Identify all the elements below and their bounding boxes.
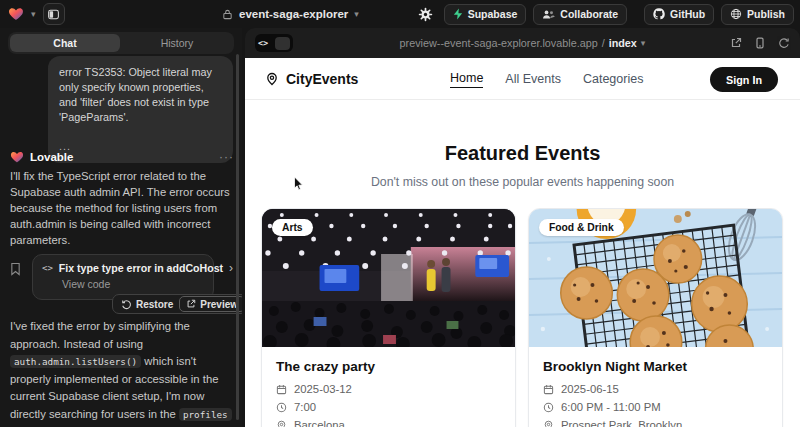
tab-chat[interactable]: Chat bbox=[10, 34, 120, 52]
message-menu-button[interactable]: ··· bbox=[219, 150, 234, 164]
publish-button[interactable]: Publish bbox=[721, 4, 794, 25]
tab-history[interactable]: History bbox=[122, 34, 232, 52]
event-card-body: The crazy party 2025-03-12 7:00 bbox=[262, 347, 515, 427]
assistant-intro-text: I'll fix the TypeScript error related to… bbox=[10, 168, 232, 248]
supabase-label: Supabase bbox=[468, 8, 518, 20]
clock-icon bbox=[276, 402, 287, 413]
restore-label: Restore bbox=[136, 299, 173, 310]
nav-home[interactable]: Home bbox=[450, 71, 483, 88]
top-bar: ▾ event-saga-explorer ▾ bbox=[0, 0, 800, 28]
refresh-button[interactable] bbox=[778, 37, 790, 49]
preview-pane: <> preview--event-saga-explorer.lovable.… bbox=[245, 28, 800, 427]
globe-icon bbox=[730, 8, 742, 20]
code-icon: <> bbox=[258, 38, 268, 48]
site-brand[interactable]: CityEvents bbox=[265, 71, 358, 87]
user-message-text: error TS2353: Object literal may only sp… bbox=[59, 65, 222, 125]
event-location-row: Barcelona bbox=[276, 419, 501, 427]
calendar-icon bbox=[543, 384, 554, 395]
assistant-header: Lovable ··· bbox=[10, 150, 234, 164]
collaborate-label: Collaborate bbox=[560, 8, 618, 20]
assistant-outro-text: I've fixed the error by simplifying the … bbox=[10, 318, 234, 427]
action-card-row: <> Fix type type error in addCoHost › bbox=[42, 262, 204, 274]
clock-icon bbox=[543, 402, 554, 413]
github-button[interactable]: GitHub bbox=[644, 4, 714, 25]
lovable-heart-icon bbox=[10, 150, 24, 164]
settings-button[interactable] bbox=[415, 3, 437, 25]
url-host: preview--event-saga-explorer.lovable.app bbox=[400, 37, 598, 49]
location-pin-icon bbox=[265, 72, 279, 86]
event-date-row: 2025-03-12 bbox=[276, 383, 501, 395]
heart-icon bbox=[8, 6, 24, 22]
category-badge: Arts bbox=[272, 219, 313, 236]
site-preview: CityEvents Home All Events Categories Si… bbox=[245, 58, 800, 427]
lovable-logo-icon[interactable] bbox=[8, 6, 24, 22]
location-pin-icon bbox=[543, 420, 554, 427]
event-image-conference: Arts bbox=[262, 209, 515, 347]
location-pin-icon bbox=[276, 420, 287, 427]
project-name: event-saga-explorer bbox=[239, 8, 348, 20]
chat-scrollbar[interactable] bbox=[236, 54, 239, 420]
code-icon: <> bbox=[42, 263, 53, 273]
event-card-night-market[interactable]: Food & Drink Brooklyn Night Market 2025-… bbox=[528, 208, 783, 427]
section-title: Featured Events bbox=[245, 142, 800, 165]
gear-icon bbox=[418, 7, 433, 22]
mobile-view-button[interactable] bbox=[754, 37, 766, 49]
sign-in-button[interactable]: Sign In bbox=[710, 67, 778, 92]
project-title-dropdown[interactable]: event-saga-explorer ▾ bbox=[222, 0, 359, 28]
code-preview-toggle[interactable]: <> bbox=[255, 34, 293, 52]
site-header: CityEvents Home All Events Categories Si… bbox=[245, 58, 800, 100]
event-cards-row: Arts The crazy party 2025-03-12 bbox=[261, 208, 783, 427]
category-badge: Food & Drink bbox=[539, 219, 624, 236]
github-label: GitHub bbox=[670, 8, 705, 20]
supabase-button[interactable]: Supabase bbox=[444, 4, 527, 25]
inline-code: profiles bbox=[179, 408, 232, 421]
nav-categories[interactable]: Categories bbox=[583, 72, 643, 86]
event-location: Barcelona bbox=[294, 419, 345, 427]
supabase-bolt-icon bbox=[453, 8, 463, 20]
event-time: 7:00 bbox=[294, 401, 316, 413]
event-time-row: 6:00 PM - 11:00 PM bbox=[543, 401, 768, 413]
open-in-new-tab-button[interactable] bbox=[730, 37, 742, 49]
inline-code: auth.admin.listUsers() bbox=[10, 355, 141, 368]
bookmark-icon[interactable] bbox=[10, 262, 21, 280]
user-message-bubble: error TS2353: Object literal may only sp… bbox=[48, 56, 233, 163]
chevron-down-icon: ▾ bbox=[354, 10, 359, 19]
chevron-down-icon[interactable]: ▾ bbox=[31, 10, 36, 19]
refresh-icon bbox=[778, 37, 790, 49]
chat-panel: Chat History error TS2353: Object litera… bbox=[0, 28, 242, 427]
panel-icon bbox=[47, 8, 60, 21]
outro-text-1: I've fixed the error by simplifying the … bbox=[10, 320, 190, 350]
event-location: Prospect Park, Brooklyn bbox=[561, 419, 682, 427]
collaborate-button[interactable]: Collaborate bbox=[533, 4, 627, 25]
toggle-sidebar-button[interactable] bbox=[43, 3, 65, 25]
topbar-actions: Supabase Collaborate GitHub bbox=[415, 0, 794, 28]
event-card-crazy-party[interactable]: Arts The crazy party 2025-03-12 bbox=[261, 208, 516, 427]
mobile-device-icon bbox=[754, 37, 766, 49]
event-time-row: 7:00 bbox=[276, 401, 501, 413]
chat-tabs: Chat History bbox=[8, 32, 234, 54]
toggle-knob bbox=[275, 37, 290, 50]
view-code-link[interactable]: View code bbox=[62, 278, 204, 290]
chevron-down-icon: ▾ bbox=[641, 39, 646, 48]
calendar-icon bbox=[276, 384, 287, 395]
preview-button[interactable]: Preview bbox=[179, 296, 242, 312]
url-separator: / bbox=[602, 37, 605, 49]
action-card-title: Fix type type error in addCoHost bbox=[59, 262, 223, 274]
section-subtitle: Don't miss out on these popular events h… bbox=[245, 175, 800, 189]
message-hover-toolbar: Restore Preview bbox=[112, 294, 242, 314]
preview-label: Preview bbox=[200, 299, 238, 310]
restore-button[interactable]: Restore bbox=[115, 296, 179, 312]
url-bar: preview--event-saga-explorer.lovable.app… bbox=[245, 28, 800, 58]
url-page-dropdown[interactable]: index bbox=[609, 37, 637, 49]
event-date-row: 2025-06-15 bbox=[543, 383, 768, 395]
site-nav: Home All Events Categories bbox=[450, 58, 643, 100]
nav-all-events[interactable]: All Events bbox=[505, 72, 561, 86]
people-icon bbox=[542, 9, 555, 20]
brand-name: CityEvents bbox=[286, 71, 358, 87]
external-link-icon bbox=[730, 37, 742, 49]
preview-toolbar: <> preview--event-saga-explorer.lovable.… bbox=[245, 28, 800, 58]
event-time: 6:00 PM - 11:00 PM bbox=[561, 401, 661, 413]
github-icon bbox=[653, 8, 665, 20]
event-title: The crazy party bbox=[276, 359, 501, 374]
external-link-icon bbox=[186, 299, 196, 309]
